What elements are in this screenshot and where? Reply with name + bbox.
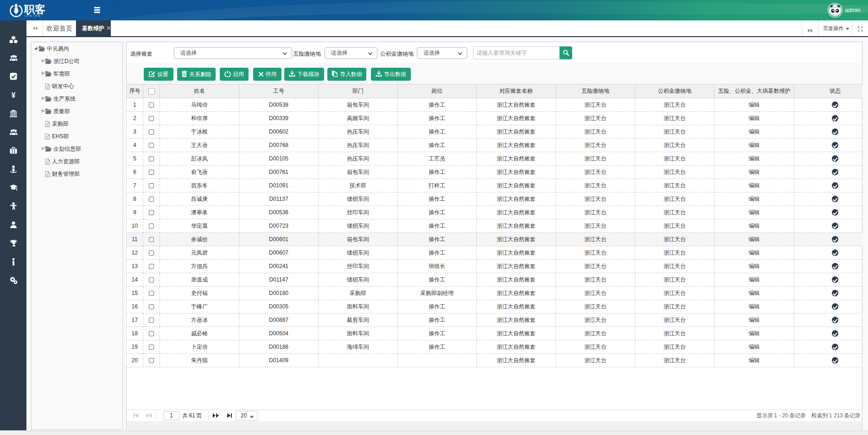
svg-text:职客: 职客	[24, 3, 45, 15]
svg-text:IZHIKE: IZHIKE	[25, 14, 42, 17]
svg-text:¥: ¥	[11, 91, 15, 99]
